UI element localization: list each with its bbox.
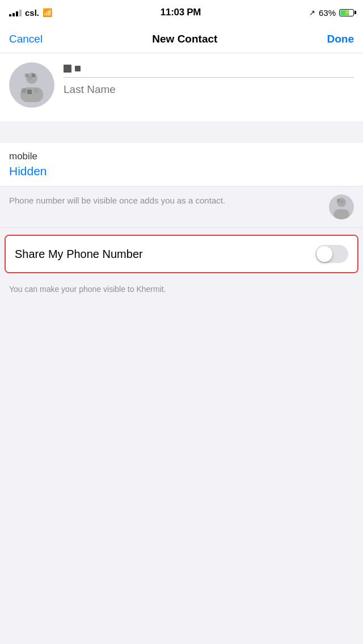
contact-form-area [0, 53, 363, 121]
info-text: Phone number will be visible once adds y… [9, 194, 322, 206]
toggle-knob [316, 246, 332, 262]
phone-label: mobile [9, 151, 354, 162]
info-section: Phone number will be visible once adds y… [0, 187, 363, 228]
svg-rect-7 [34, 88, 39, 93]
done-button[interactable]: Done [327, 33, 354, 45]
caption-text: You can make your phone visible to Kherm… [9, 285, 166, 294]
svg-rect-9 [334, 209, 349, 219]
battery-percent-label: 63% [319, 8, 336, 18]
toggle-label: Share My Phone Number [15, 248, 143, 261]
info-avatar [329, 194, 354, 219]
status-time: 11:03 PM [161, 7, 201, 18]
empty-area [0, 303, 363, 529]
battery-icon: ⚡ [339, 9, 354, 16]
toggle-section-wrapper: Share My Phone Number [5, 235, 358, 273]
status-left: csl. 📶 [9, 8, 52, 18]
cancel-button[interactable]: Cancel [9, 33, 43, 45]
pixel-icon-2 [75, 66, 81, 71]
wifi-icon: 📶 [43, 8, 52, 17]
svg-rect-10 [337, 199, 340, 202]
share-phone-toggle[interactable] [315, 245, 348, 263]
location-icon: ↗ [309, 9, 315, 17]
last-name-input[interactable] [64, 78, 354, 96]
svg-rect-6 [27, 90, 32, 94]
name-fields [64, 62, 354, 96]
page-title: New Contact [152, 33, 217, 45]
phone-section: mobile Hidden [0, 143, 363, 187]
first-name-row [64, 65, 354, 78]
signal-bars-icon [9, 9, 22, 16]
svg-rect-4 [32, 74, 35, 77]
nav-bar: Cancel New Contact Done [0, 25, 363, 53]
status-right: ↗ 63% ⚡ [309, 8, 354, 18]
svg-rect-3 [28, 76, 32, 79]
svg-rect-11 [340, 200, 343, 203]
toggle-section: Share My Phone Number [6, 236, 357, 272]
phone-value: Hidden [9, 164, 354, 178]
separator-section [0, 121, 363, 143]
carrier-label: csl. [25, 8, 39, 18]
toggle-caption: You can make your phone visible to Kherm… [0, 280, 363, 303]
svg-rect-2 [25, 74, 28, 77]
pixel-icon-1 [64, 65, 71, 73]
avatar-image [15, 68, 49, 102]
avatar[interactable] [9, 62, 54, 108]
status-bar: csl. 📶 11:03 PM ↗ 63% ⚡ [0, 0, 363, 25]
first-name-icons [64, 65, 81, 73]
svg-rect-5 [22, 88, 26, 93]
